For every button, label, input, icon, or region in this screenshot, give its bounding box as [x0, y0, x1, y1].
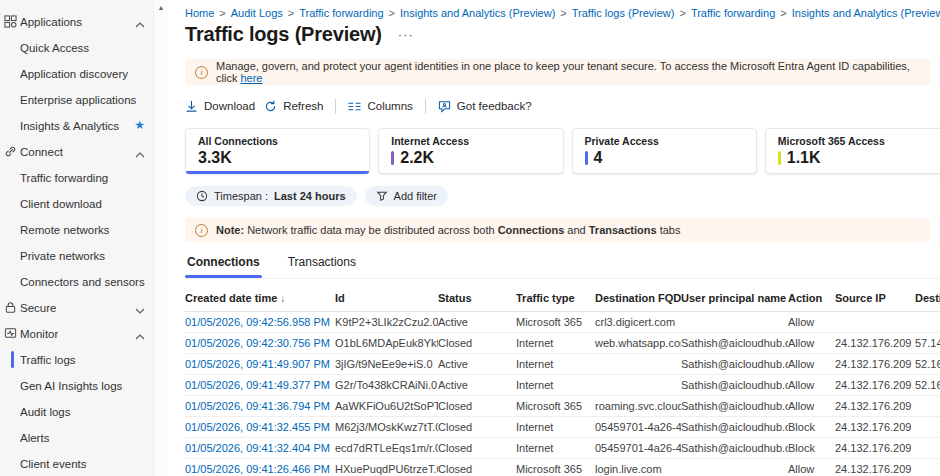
cell-source_ip: 24.132.176.209: [835, 358, 915, 370]
cell-status: Closed: [438, 463, 516, 475]
connect-icon: [4, 145, 18, 159]
cell-id: M62j3/MOskKwz7tT.0: [335, 421, 438, 433]
scroll-up-icon[interactable]: ▲: [154, 4, 168, 11]
cell-id: 3jIG/t9NeEe9e+iS.0: [335, 358, 438, 370]
info-icon: i: [195, 224, 208, 237]
sidebar-item-application-discovery[interactable]: Application discovery: [0, 61, 153, 87]
cell-date[interactable]: 01/05/2026, 09:41:36.794 PM: [185, 400, 335, 412]
toolbar-button-label: Got feedback?: [457, 100, 532, 112]
column-header-action[interactable]: Action: [788, 292, 835, 304]
card-label: All Connections: [198, 135, 357, 147]
cell-traffic: Internet: [516, 421, 595, 433]
cell-source_ip: 24.132.176.209: [835, 421, 915, 433]
tab-connections[interactable]: Connections: [185, 248, 262, 278]
breadcrumb-link-traffic-forwarding[interactable]: Traffic forwarding: [691, 7, 775, 19]
sidebar-item-secure[interactable]: Secure: [0, 295, 153, 321]
banner-text: Manage, govern, and protect your agent i…: [216, 60, 920, 84]
breadcrumb-link-insights-and-analytics-preview[interactable]: Insights and Analytics (Preview): [792, 7, 940, 19]
cell-date[interactable]: 01/05/2026, 09:42:56.958 PM: [185, 316, 335, 328]
timespan-label: Timespan :: [214, 190, 268, 202]
breadcrumb-link-traffic-logs-preview[interactable]: Traffic logs (Preview): [572, 7, 675, 19]
sidebar-scrollbar[interactable]: ▲: [153, 0, 168, 476]
column-header-destination-ip[interactable]: Destination IP: [915, 292, 940, 304]
star-icon[interactable]: ★: [134, 118, 145, 132]
summary-cards: All Connections 3.3K Internet Access 2.2…: [185, 128, 940, 174]
sidebar-item-label: Secure: [20, 302, 56, 314]
refresh-button[interactable]: Refresh: [264, 100, 323, 113]
clock-icon: [196, 190, 208, 202]
sidebar-item-connect[interactable]: Connect: [0, 139, 153, 165]
card-private-access[interactable]: Private Access 4: [572, 128, 757, 174]
card-microsoft-365-access[interactable]: Microsoft 365 Access 1.1K: [765, 128, 940, 174]
chevron-down-icon[interactable]: [135, 304, 145, 316]
table-row[interactable]: 01/05/2026, 09:42:56.958 PMK9tP2+3LIk2zC…: [185, 312, 940, 333]
table-header-row: Created date time↓IdStatusTraffic typeDe…: [185, 285, 940, 312]
chevron-up-icon[interactable]: [135, 148, 145, 160]
sidebar-item-alerts[interactable]: Alerts: [0, 425, 153, 451]
breadcrumb-link-insights-and-analytics-preview[interactable]: Insights and Analytics (Preview): [400, 7, 555, 19]
cell-date[interactable]: 01/05/2026, 09:41:49.907 PM: [185, 358, 335, 370]
add-filter-pill[interactable]: Add filter: [365, 186, 448, 206]
cell-traffic: Internet: [516, 337, 595, 349]
column-header-user-principal-name[interactable]: User principal name: [681, 292, 788, 304]
card-internet-access[interactable]: Internet Access 2.2K: [378, 128, 563, 174]
sidebar-item-connectors-and-sensors[interactable]: Connectors and sensors: [0, 269, 153, 295]
table-row[interactable]: 01/05/2026, 09:41:36.794 PMAaWKFiOu6U2tS…: [185, 396, 940, 417]
download-button[interactable]: Download: [185, 100, 255, 113]
cell-date[interactable]: 01/05/2026, 09:41:49.377 PM: [185, 379, 335, 391]
table-row[interactable]: 01/05/2026, 09:41:32.455 PMM62j3/MOskKwz…: [185, 417, 940, 438]
sidebar-item-client-download[interactable]: Client download: [0, 191, 153, 217]
card-label: Microsoft 365 Access: [778, 135, 937, 147]
cell-status: Active: [438, 358, 516, 370]
timespan-filter-pill[interactable]: Timespan : Last 24 hours: [185, 186, 357, 206]
chevron-up-icon[interactable]: [135, 18, 145, 30]
table-row[interactable]: 01/05/2026, 09:41:49.377 PMG2r/To438kCRA…: [185, 375, 940, 396]
sidebar-item-client-events[interactable]: Client events: [0, 451, 153, 476]
more-menu-button[interactable]: ···: [398, 27, 414, 42]
column-header-destination-fqdn[interactable]: Destination FQDN: [595, 292, 681, 304]
sidebar-item-traffic-logs[interactable]: Traffic logs: [0, 347, 153, 373]
tab-transactions[interactable]: Transactions: [286, 248, 358, 278]
sidebar-item-quick-access[interactable]: Quick Access: [0, 35, 153, 61]
sidebar-item-enterprise-applications[interactable]: Enterprise applications: [0, 87, 153, 113]
sidebar-item-remote-networks[interactable]: Remote networks: [0, 217, 153, 243]
column-header-source-ip[interactable]: Source IP: [835, 292, 915, 304]
cell-source_ip: 24.132.176.209: [835, 442, 915, 454]
sidebar-item-traffic-forwarding[interactable]: Traffic forwarding: [0, 165, 153, 191]
sidebar-item-label: Monitor: [20, 328, 58, 340]
cell-dest_ip: 52.168.: [915, 358, 940, 370]
cell-date[interactable]: 01/05/2026, 09:41:32.404 PM: [185, 442, 335, 454]
banner-here-link[interactable]: here: [240, 72, 262, 84]
cell-id: K9tP2+3LIk2zCzu2.0: [335, 316, 438, 328]
breadcrumb-link-audit-logs[interactable]: Audit Logs: [231, 7, 283, 19]
sidebar-item-monitor[interactable]: Monitor: [0, 321, 153, 347]
sidebar-item-insights-analytics[interactable]: Insights & Analytics★: [0, 113, 153, 139]
sidebar-item-label: Alerts: [20, 432, 49, 444]
columns-icon: [348, 100, 361, 113]
sidebar-item-applications[interactable]: Applications: [0, 9, 153, 35]
cell-date[interactable]: 01/05/2026, 09:41:26.466 PM: [185, 463, 335, 475]
cell-date[interactable]: 01/05/2026, 09:42:30.756 PM: [185, 337, 335, 349]
chevron-up-icon[interactable]: [135, 330, 145, 342]
breadcrumb-link-home[interactable]: Home: [185, 7, 214, 19]
selected-indicator: [11, 351, 14, 368]
sidebar-item-audit-logs[interactable]: Audit logs: [0, 399, 153, 425]
column-header-id[interactable]: Id: [335, 292, 438, 304]
main-content: Home>Audit Logs>Traffic forwarding>Insig…: [168, 0, 940, 476]
columns-button[interactable]: Columns: [348, 100, 412, 113]
breadcrumb-link-traffic-forwarding[interactable]: Traffic forwarding: [299, 7, 383, 19]
column-header-status[interactable]: Status: [438, 292, 516, 304]
got-feedback-button[interactable]: Got feedback?: [438, 100, 532, 113]
cell-fqdn: web.whatsapp.com: [595, 337, 681, 349]
card-all-connections[interactable]: All Connections 3.3K: [185, 128, 370, 174]
column-header-created-date-time[interactable]: Created date time↓: [185, 292, 335, 304]
table-row[interactable]: 01/05/2026, 09:41:32.404 PMecd7dRTLeEqs1…: [185, 438, 940, 459]
cell-status: Closed: [438, 442, 516, 454]
table-row[interactable]: 01/05/2026, 09:42:30.756 PMO1bL6MDApEuk8…: [185, 333, 940, 354]
column-header-traffic-type[interactable]: Traffic type: [516, 292, 595, 304]
cell-date[interactable]: 01/05/2026, 09:41:32.455 PM: [185, 421, 335, 433]
sidebar-item-gen-ai-insights-logs[interactable]: Gen AI Insights logs: [0, 373, 153, 399]
table-row[interactable]: 01/05/2026, 09:41:26.466 PMHXuePuqdPU6tr…: [185, 459, 940, 476]
sidebar-item-private-networks[interactable]: Private networks: [0, 243, 153, 269]
table-row[interactable]: 01/05/2026, 09:41:49.907 PM3jIG/t9NeEe9e…: [185, 354, 940, 375]
